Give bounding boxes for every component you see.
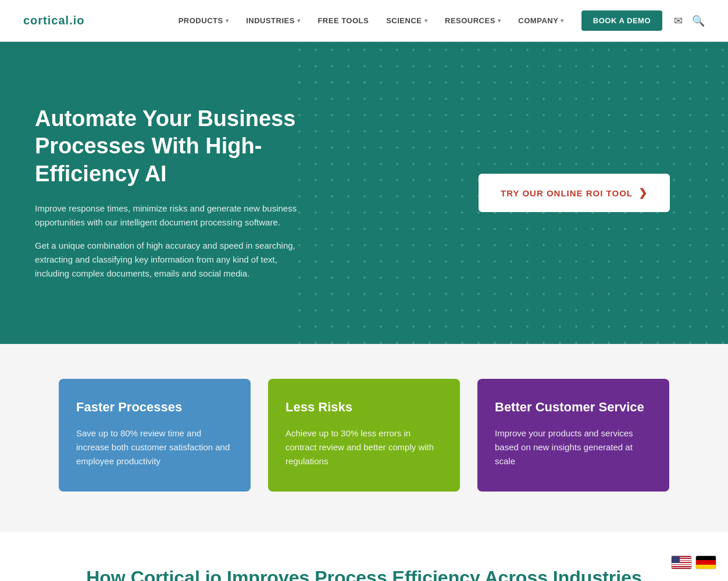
- nav-link-science[interactable]: SCIENCE ▾: [386, 16, 427, 25]
- language-flags: [671, 555, 716, 569]
- feature-card-better-customer-service: Better Customer Service Improve your pro…: [477, 379, 669, 492]
- flag-de[interactable]: [695, 555, 716, 569]
- arrow-right-icon: ❯: [638, 187, 648, 199]
- bottom-section: How Cortical.io Improves Process Efficie…: [0, 532, 728, 581]
- feature-title-faster-processes: Faster Processes: [76, 400, 233, 415]
- email-icon[interactable]: ✉: [674, 15, 683, 27]
- features-section: Faster Processes Save up to 80% review t…: [0, 344, 728, 532]
- chevron-down-icon: ▾: [297, 17, 301, 24]
- nav-link-company[interactable]: COMPANY ▾: [518, 16, 563, 25]
- nav-item-free-tools[interactable]: FREE TOOLS: [317, 16, 369, 25]
- hero-description-1: Improve response times, minimize risks a…: [35, 202, 314, 229]
- nav-link-products[interactable]: PRODUCTS ▾: [179, 16, 229, 25]
- chevron-down-icon: ▾: [424, 17, 428, 24]
- bottom-title: How Cortical.io Improves Process Efficie…: [35, 567, 693, 581]
- roi-button-wrapper: TRY OUR ONLINE ROI TOOL ❯: [479, 174, 670, 212]
- hero-section: Automate Your Business Processes With Hi…: [0, 42, 728, 344]
- book-demo-link[interactable]: BOOK A DEMO: [581, 10, 662, 31]
- hero-title: Automate Your Business Processes With Hi…: [35, 105, 314, 188]
- nav-item-company[interactable]: COMPANY ▾: [518, 16, 563, 25]
- flag-us[interactable]: [671, 555, 692, 569]
- nav-item-products[interactable]: PRODUCTS ▾: [179, 16, 229, 25]
- hero-content: Automate Your Business Processes With Hi…: [0, 59, 349, 328]
- roi-button-label: TRY OUR ONLINE ROI TOOL: [501, 188, 633, 198]
- nav-link-industries[interactable]: INDUSTRIES ▾: [246, 16, 300, 25]
- feature-desc-less-risks: Achieve up to 30% less errors in contrac…: [286, 426, 442, 468]
- feature-desc-faster-processes: Save up to 80% review time and increase …: [76, 426, 233, 468]
- feature-card-less-risks: Less Risks Achieve up to 30% less errors…: [268, 379, 460, 492]
- chevron-down-icon: ▾: [561, 17, 564, 24]
- feature-card-faster-processes: Faster Processes Save up to 80% review t…: [59, 379, 251, 492]
- roi-tool-button[interactable]: TRY OUR ONLINE ROI TOOL ❯: [479, 174, 670, 212]
- nav-links: PRODUCTS ▾ INDUSTRIES ▾ FREE TOOLS SCIEN…: [179, 10, 662, 31]
- nav-item-industries[interactable]: INDUSTRIES ▾: [246, 16, 300, 25]
- nav-item-resources[interactable]: RESOURCES ▾: [445, 16, 501, 25]
- chevron-down-icon: ▾: [226, 17, 229, 24]
- nav-icons: ✉ 🔍: [674, 15, 705, 27]
- chevron-down-icon: ▾: [498, 17, 501, 24]
- logo[interactable]: cortical.io: [23, 14, 84, 27]
- navbar: cortical.io PRODUCTS ▾ INDUSTRIES ▾ FREE…: [0, 0, 728, 42]
- feature-desc-better-customer-service: Improve your products and services based…: [495, 426, 652, 468]
- feature-title-better-customer-service: Better Customer Service: [495, 400, 652, 415]
- feature-title-less-risks: Less Risks: [286, 400, 442, 415]
- search-icon[interactable]: 🔍: [692, 15, 705, 27]
- nav-link-free-tools[interactable]: FREE TOOLS: [317, 16, 369, 25]
- hero-description-2: Get a unique combination of high accurac…: [35, 239, 314, 281]
- nav-link-resources[interactable]: RESOURCES ▾: [445, 16, 501, 25]
- nav-item-book-demo[interactable]: BOOK A DEMO: [581, 10, 662, 31]
- nav-item-science[interactable]: SCIENCE ▾: [386, 16, 427, 25]
